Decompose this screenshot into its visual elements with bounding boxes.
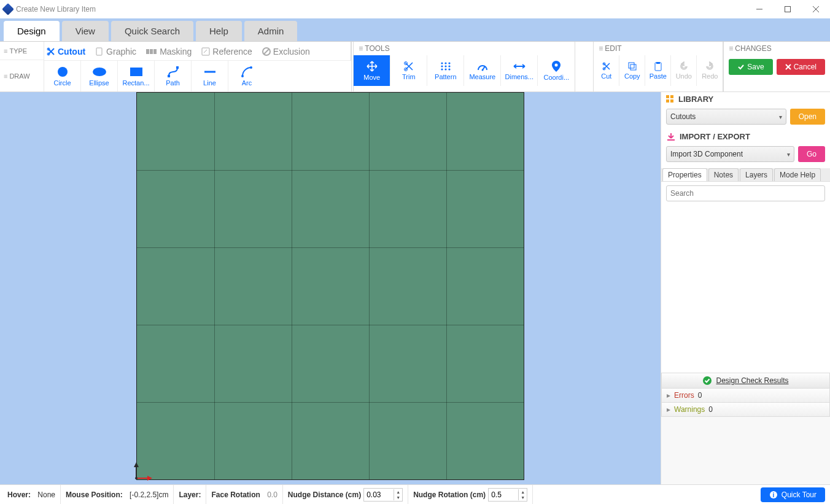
errors-row[interactable]: ▸ Errors 0 (661, 389, 830, 403)
caret-right-icon: ▸ (667, 405, 670, 414)
import-export-go-button[interactable]: Go (798, 146, 825, 162)
download-icon (666, 133, 676, 141)
ellipse-icon (92, 66, 107, 78)
search-input[interactable] (666, 185, 825, 201)
type-exclusion[interactable]: Exclusion (262, 45, 310, 56)
import-export-header: IMPORT / EXPORT (680, 132, 750, 141)
move-icon (366, 60, 378, 72)
svg-rect-1 (785, 6, 791, 12)
svg-rect-47 (666, 95, 669, 98)
svg-point-20 (250, 66, 252, 69)
subtab-notes[interactable]: Notes (708, 168, 739, 181)
library-header: LIBRARY (678, 95, 713, 104)
gauge-icon (476, 61, 489, 72)
layer-label: Layer: (179, 490, 201, 499)
tool-move[interactable]: Move (354, 55, 390, 86)
svg-rect-49 (666, 99, 669, 103)
nudge-rot-label: Nudge Rotation (cm) (413, 490, 486, 499)
changes-group: ≡CHANGES Save Cancel (723, 42, 830, 91)
svg-point-28 (448, 65, 450, 67)
chevron-down-icon: ▾ (779, 114, 782, 120)
edit-paste[interactable]: Paste (645, 55, 671, 86)
tool-coordinate[interactable]: Coordi... (538, 55, 575, 86)
svg-point-35 (555, 64, 558, 67)
side-tabs: Properties Notes Layers Mode Help (661, 168, 830, 182)
canvas[interactable] (0, 92, 661, 484)
subtab-properties[interactable]: Properties (662, 168, 707, 181)
minimize-button[interactable] (745, 0, 774, 18)
edit-cut[interactable]: Cut (594, 55, 619, 86)
tab-view[interactable]: View (62, 21, 109, 41)
tool-circle[interactable]: Circle (44, 61, 81, 91)
save-button[interactable]: Save (729, 59, 772, 75)
scissors-icon (47, 47, 55, 56)
svg-rect-48 (670, 95, 673, 98)
menu-icon: ≡ (4, 47, 7, 55)
type-reference-label: Reference (212, 47, 252, 56)
tool-rectangle[interactable]: Rectan... (118, 61, 155, 91)
tool-dimension[interactable]: Dimens... (501, 55, 538, 86)
type-masking-label: Masking (160, 47, 192, 56)
svg-point-46 (135, 477, 138, 479)
tool-path[interactable]: Path (155, 61, 192, 91)
maximize-button[interactable] (774, 0, 802, 18)
type-graphic-label: Graphic (106, 47, 136, 56)
design-check-header[interactable]: Design Check Results (661, 373, 830, 389)
tool-measure[interactable]: Measure (464, 55, 501, 86)
library-select[interactable]: Cutouts▾ (666, 109, 786, 125)
mouse-label: Mouse Position: (66, 490, 123, 499)
nudge-dist-field[interactable] (364, 489, 394, 501)
main-tabs: Design View Quick Search Help Admin (0, 18, 830, 42)
line-icon (203, 66, 217, 78)
menu-icon: ≡ (4, 72, 7, 80)
warnings-row[interactable]: ▸ Warnings 0 (661, 403, 830, 417)
quick-tour-button[interactable]: i Quick Tour (761, 487, 825, 502)
tool-arc[interactable]: Arc (228, 61, 265, 91)
spin-up-icon[interactable]: ▲ (394, 489, 402, 495)
tab-quick-search[interactable]: Quick Search (111, 21, 193, 41)
nudge-rot-input[interactable]: ▲▼ (488, 488, 527, 502)
spin-up-icon[interactable]: ▲ (519, 489, 527, 495)
design-surface[interactable] (136, 92, 524, 480)
clipboard-icon (653, 61, 663, 71)
type-cutout[interactable]: Cutout (47, 45, 85, 56)
svg-point-29 (441, 68, 443, 70)
close-button[interactable] (802, 0, 830, 18)
design-check: Design Check Results ▸ Errors 0 ▸ Warnin… (661, 373, 830, 417)
draw-section-label: DRAW (9, 72, 29, 80)
subtab-mode-help[interactable]: Mode Help (774, 168, 821, 181)
menu-icon: ≡ (359, 44, 362, 53)
tool-trim[interactable]: Trim (390, 55, 427, 86)
import-export-select[interactable]: Import 3D Component▾ (666, 146, 794, 162)
library-open-button[interactable]: Open (790, 109, 825, 125)
svg-rect-16 (168, 75, 170, 77)
scissors-icon (602, 61, 611, 71)
svg-rect-6 (96, 48, 102, 55)
cancel-button[interactable]: Cancel (777, 59, 825, 75)
check-circle-icon (702, 376, 712, 386)
face-rot-value: 0.0 (267, 490, 277, 499)
chevron-down-icon: ▾ (787, 151, 790, 158)
tool-line[interactable]: Line (192, 61, 228, 91)
tool-pattern[interactable]: Pattern (427, 55, 464, 86)
tab-design[interactable]: Design (4, 21, 60, 41)
subtab-layers[interactable]: Layers (740, 168, 773, 181)
edit-redo[interactable]: Redo (697, 55, 723, 86)
circle-icon (56, 66, 69, 78)
tool-ellipse[interactable]: Ellipse (81, 61, 118, 91)
type-reference[interactable]: Reference (201, 45, 252, 56)
tab-admin[interactable]: Admin (244, 21, 298, 41)
type-graphic[interactable]: Graphic (95, 45, 136, 56)
tab-help[interactable]: Help (196, 21, 242, 41)
edit-undo[interactable]: Undo (671, 55, 697, 86)
nudge-rot-field[interactable] (489, 489, 518, 501)
edit-copy[interactable]: Copy (619, 55, 645, 86)
section-labels: ≡ TYPE ≡ DRAW (0, 42, 44, 91)
spin-down-icon[interactable]: ▼ (519, 495, 527, 500)
type-masking[interactable]: Masking (146, 45, 192, 56)
nudge-dist-input[interactable]: ▲▼ (363, 488, 403, 502)
svg-marker-43 (134, 462, 139, 467)
svg-rect-9 (153, 49, 157, 54)
spin-down-icon[interactable]: ▼ (394, 495, 402, 500)
svg-point-19 (241, 75, 244, 77)
